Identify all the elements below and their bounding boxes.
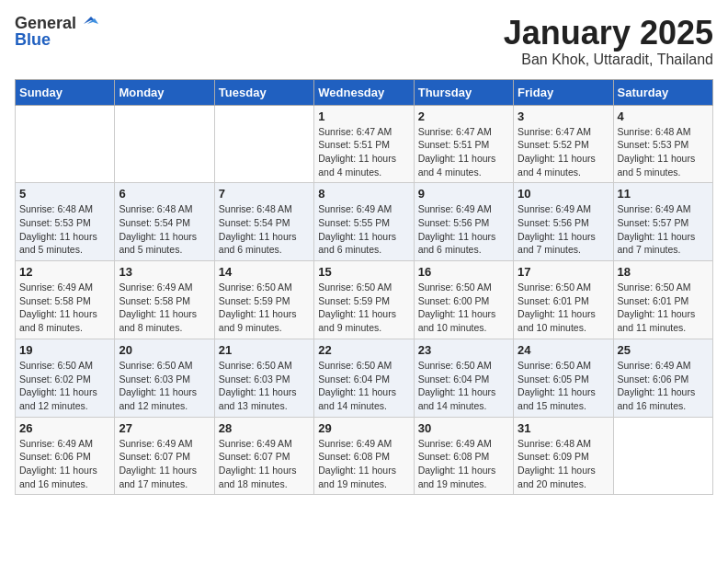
calendar-cell: 18 Sunrise: 6:50 AM Sunset: 6:01 PM Dayl…	[613, 261, 712, 339]
page-title: January 2025	[504, 15, 713, 52]
calendar-cell: 31 Sunrise: 6:48 AM Sunset: 6:09 PM Dayl…	[514, 417, 613, 495]
calendar-cell: 13 Sunrise: 6:49 AM Sunset: 5:58 PM Dayl…	[115, 261, 214, 339]
cell-daylight: Daylight: 11 hours and 16 minutes.	[19, 465, 97, 489]
cell-daylight: Daylight: 11 hours and 10 minutes.	[418, 308, 496, 333]
cell-sunrise: Sunrise: 6:47 AM	[318, 126, 392, 137]
cell-daylight: Daylight: 11 hours and 12 minutes.	[119, 386, 197, 411]
day-number: 7	[219, 187, 310, 201]
cell-sunset: Sunset: 5:52 PM	[518, 139, 589, 150]
cell-sunset: Sunset: 5:56 PM	[418, 217, 490, 228]
cell-sunset: Sunset: 5:54 PM	[119, 217, 190, 228]
day-number: 21	[219, 343, 310, 357]
calendar-cell: 8 Sunrise: 6:49 AM Sunset: 5:55 PM Dayli…	[314, 183, 414, 261]
cell-daylight: Daylight: 11 hours and 4 minutes.	[418, 153, 496, 178]
calendar-cell: 22 Sunrise: 6:50 AM Sunset: 6:04 PM Dayl…	[314, 339, 414, 417]
calendar-cell: 6 Sunrise: 6:48 AM Sunset: 5:54 PM Dayli…	[115, 183, 214, 261]
calendar-cell: 14 Sunrise: 6:50 AM Sunset: 5:59 PM Dayl…	[214, 261, 313, 339]
cell-daylight: Daylight: 11 hours and 14 minutes.	[418, 386, 496, 411]
cell-sunset: Sunset: 5:59 PM	[318, 295, 390, 306]
logo: General Blue	[15, 15, 98, 48]
cell-sunset: Sunset: 5:58 PM	[19, 295, 91, 306]
cell-sunrise: Sunrise: 6:49 AM	[19, 438, 93, 449]
weekday-header-monday: Monday	[115, 79, 214, 105]
cell-sunrise: Sunrise: 6:49 AM	[19, 282, 93, 293]
cell-sunrise: Sunrise: 6:48 AM	[19, 203, 93, 214]
cell-daylight: Daylight: 11 hours and 16 minutes.	[618, 386, 696, 411]
cell-sunrise: Sunrise: 6:49 AM	[318, 203, 392, 214]
cell-daylight: Daylight: 11 hours and 19 minutes.	[418, 465, 496, 489]
calendar-cell: 3 Sunrise: 6:47 AM Sunset: 5:52 PM Dayli…	[514, 105, 613, 183]
calendar-cell: 28 Sunrise: 6:49 AM Sunset: 6:07 PM Dayl…	[214, 417, 313, 495]
cell-daylight: Daylight: 11 hours and 6 minutes.	[219, 231, 297, 256]
cell-daylight: Daylight: 11 hours and 4 minutes.	[318, 153, 396, 178]
day-number: 3	[518, 109, 609, 123]
cell-sunrise: Sunrise: 6:47 AM	[518, 126, 591, 137]
cell-sunrise: Sunrise: 6:47 AM	[418, 126, 492, 137]
weekday-header-friday: Friday	[514, 79, 613, 105]
calendar-cell: 25 Sunrise: 6:49 AM Sunset: 6:06 PM Dayl…	[613, 339, 712, 417]
cell-daylight: Daylight: 11 hours and 19 minutes.	[318, 465, 396, 489]
calendar-cell: 27 Sunrise: 6:49 AM Sunset: 6:07 PM Dayl…	[115, 417, 214, 495]
cell-daylight: Daylight: 11 hours and 7 minutes.	[518, 231, 596, 256]
calendar-cell	[115, 105, 214, 183]
calendar-week-row: 5 Sunrise: 6:48 AM Sunset: 5:53 PM Dayli…	[16, 183, 713, 261]
cell-sunset: Sunset: 6:08 PM	[418, 451, 490, 462]
cell-sunset: Sunset: 6:07 PM	[219, 451, 290, 462]
day-number: 4	[618, 109, 709, 123]
logo-blue: Blue	[15, 31, 98, 48]
cell-sunrise: Sunrise: 6:50 AM	[318, 360, 392, 371]
cell-sunrise: Sunrise: 6:49 AM	[418, 438, 492, 449]
cell-sunset: Sunset: 6:01 PM	[618, 295, 689, 306]
day-number: 23	[418, 343, 509, 357]
cell-daylight: Daylight: 11 hours and 18 minutes.	[219, 465, 297, 489]
calendar-cell: 16 Sunrise: 6:50 AM Sunset: 6:00 PM Dayl…	[414, 261, 513, 339]
cell-sunrise: Sunrise: 6:48 AM	[518, 438, 591, 449]
cell-sunset: Sunset: 6:06 PM	[618, 373, 689, 385]
calendar-cell: 21 Sunrise: 6:50 AM Sunset: 6:03 PM Dayl…	[214, 339, 313, 417]
day-number: 18	[618, 265, 709, 279]
cell-sunrise: Sunrise: 6:48 AM	[618, 126, 691, 137]
cell-sunset: Sunset: 6:03 PM	[119, 373, 190, 385]
day-number: 1	[318, 109, 409, 123]
cell-daylight: Daylight: 11 hours and 15 minutes.	[518, 386, 596, 411]
calendar-cell: 7 Sunrise: 6:48 AM Sunset: 5:54 PM Dayli…	[214, 183, 313, 261]
cell-sunset: Sunset: 5:59 PM	[219, 295, 290, 306]
cell-daylight: Daylight: 11 hours and 9 minutes.	[318, 308, 396, 333]
cell-sunset: Sunset: 6:04 PM	[318, 373, 390, 385]
cell-daylight: Daylight: 11 hours and 5 minutes.	[119, 231, 197, 256]
cell-sunrise: Sunrise: 6:50 AM	[219, 282, 292, 293]
calendar-week-row: 26 Sunrise: 6:49 AM Sunset: 6:06 PM Dayl…	[16, 417, 713, 495]
calendar-week-row: 1 Sunrise: 6:47 AM Sunset: 5:51 PM Dayli…	[16, 105, 713, 183]
cell-sunrise: Sunrise: 6:49 AM	[119, 438, 192, 449]
day-number: 8	[318, 187, 409, 201]
cell-sunset: Sunset: 5:53 PM	[19, 217, 91, 228]
cell-sunset: Sunset: 6:02 PM	[19, 373, 91, 385]
cell-daylight: Daylight: 11 hours and 14 minutes.	[318, 386, 396, 411]
cell-sunrise: Sunrise: 6:48 AM	[219, 203, 292, 214]
cell-sunrise: Sunrise: 6:50 AM	[518, 282, 591, 293]
calendar-cell	[613, 417, 712, 495]
cell-daylight: Daylight: 11 hours and 10 minutes.	[518, 308, 596, 333]
cell-sunrise: Sunrise: 6:50 AM	[219, 360, 292, 371]
calendar-cell: 29 Sunrise: 6:49 AM Sunset: 6:08 PM Dayl…	[314, 417, 414, 495]
day-number: 25	[618, 343, 709, 357]
calendar-week-row: 19 Sunrise: 6:50 AM Sunset: 6:02 PM Dayl…	[16, 339, 713, 417]
calendar-cell: 15 Sunrise: 6:50 AM Sunset: 5:59 PM Dayl…	[314, 261, 414, 339]
calendar-cell: 17 Sunrise: 6:50 AM Sunset: 6:01 PM Dayl…	[514, 261, 613, 339]
calendar-cell: 11 Sunrise: 6:49 AM Sunset: 5:57 PM Dayl…	[613, 183, 712, 261]
day-number: 17	[518, 265, 609, 279]
cell-daylight: Daylight: 11 hours and 6 minutes.	[318, 231, 396, 256]
cell-sunrise: Sunrise: 6:50 AM	[618, 282, 691, 293]
cell-sunrise: Sunrise: 6:49 AM	[418, 203, 492, 214]
cell-sunrise: Sunrise: 6:50 AM	[119, 360, 192, 371]
cell-sunrise: Sunrise: 6:50 AM	[318, 282, 392, 293]
cell-sunset: Sunset: 5:56 PM	[518, 217, 589, 228]
cell-daylight: Daylight: 11 hours and 5 minutes.	[19, 231, 97, 256]
cell-daylight: Daylight: 11 hours and 17 minutes.	[119, 465, 197, 489]
cell-sunset: Sunset: 6:06 PM	[19, 451, 91, 462]
title-block: January 2025 Ban Khok, Uttaradit, Thaila…	[504, 15, 713, 68]
day-number: 28	[219, 421, 310, 435]
day-number: 30	[418, 421, 509, 435]
calendar-cell: 26 Sunrise: 6:49 AM Sunset: 6:06 PM Dayl…	[16, 417, 115, 495]
calendar-cell: 23 Sunrise: 6:50 AM Sunset: 6:04 PM Dayl…	[414, 339, 513, 417]
